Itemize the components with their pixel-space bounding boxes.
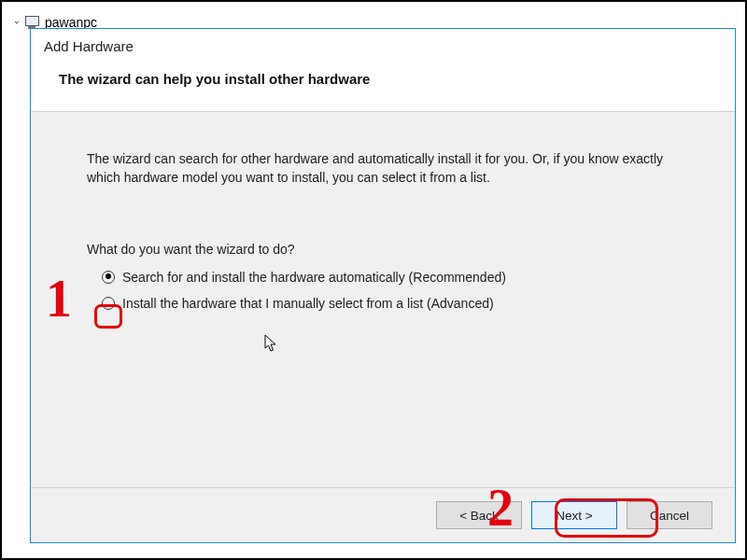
radio-option-auto[interactable]: Search for and install the hardware auto… (102, 270, 679, 285)
cancel-button[interactable]: Cancel (627, 501, 712, 529)
radio-auto-input[interactable] (102, 271, 115, 284)
add-hardware-dialog: Add Hardware The wizard can help you ins… (30, 28, 736, 543)
dialog-title: Add Hardware (31, 29, 735, 62)
radio-group: Search for and install the hardware auto… (102, 270, 679, 311)
wizard-question: What do you want the wizard to do? (87, 242, 679, 257)
computer-icon (24, 16, 39, 29)
dialog-subtitle: The wizard can help you install other ha… (31, 62, 735, 111)
button-bar: < Back Next > Cancel (31, 487, 735, 542)
radio-auto-label: Search for and install the hardware auto… (122, 270, 506, 285)
radio-option-manual[interactable]: Install the hardware that I manually sel… (102, 296, 679, 311)
dialog-content: The wizard can search for other hardware… (31, 112, 735, 487)
intro-text: The wizard can search for other hardware… (87, 149, 675, 188)
radio-manual-label: Install the hardware that I manually sel… (122, 296, 494, 311)
chevron-down-icon: › (11, 21, 21, 24)
next-button[interactable]: Next > (531, 501, 617, 529)
back-button[interactable]: < Back (436, 501, 522, 529)
mouse-cursor-icon (264, 334, 279, 353)
radio-manual-input[interactable] (102, 297, 115, 310)
annotation-number-1: 1 (46, 269, 72, 329)
